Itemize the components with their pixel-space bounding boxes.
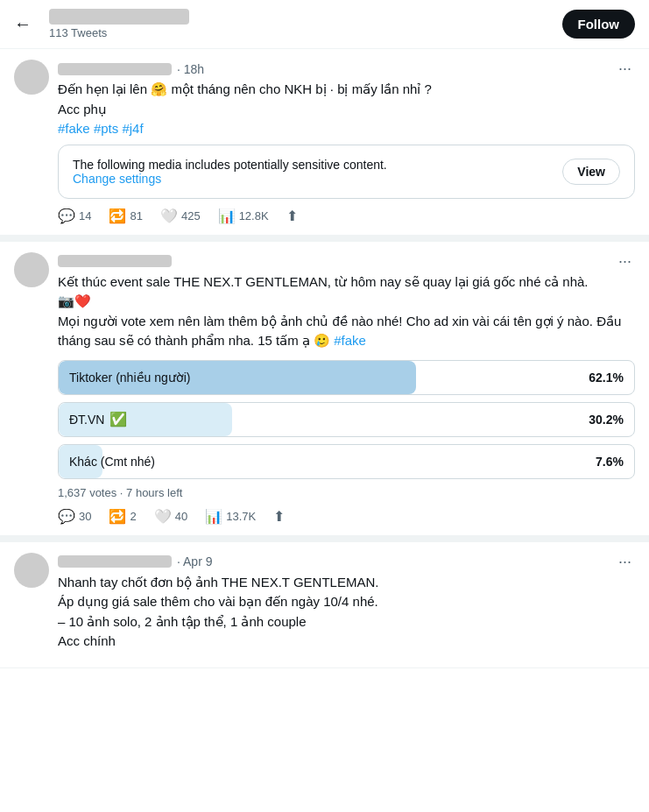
poll-option-label-3: Khác (Cmt nhé) [69, 455, 155, 469]
tweet-2-user [58, 255, 615, 267]
tweet-1-more-button[interactable]: ··· [615, 60, 635, 78]
poll-label-row-1: Tiktoker (nhiều người) 62.1% [59, 361, 634, 394]
header-left: ← 113 Tweets [14, 9, 189, 39]
poll-option-label-1: Tiktoker (nhiều người) [69, 371, 191, 385]
header: ← 113 Tweets Follow [0, 0, 649, 49]
avatar-3 [14, 553, 49, 588]
retweet-icon-1: 🔁 [109, 208, 126, 224]
change-settings-link[interactable]: Change settings [73, 172, 552, 186]
view-button[interactable]: View [562, 159, 620, 185]
tweet-1-user: · 18h [58, 62, 615, 76]
views-action-2[interactable]: 📊 13.7K [205, 508, 256, 525]
tweet-2: ··· Kết thúc event sale THE NEX.T GENTLE… [0, 242, 649, 542]
reply-icon-2: 💬 [58, 508, 75, 525]
reply-action-1[interactable]: 💬 14 [58, 208, 91, 224]
tweet-1-username [58, 63, 172, 75]
retweet-count-2: 2 [130, 510, 136, 523]
tweet-1-body: · 18h ··· Đến hẹn lại lên 🤗 một tháng nê… [58, 60, 635, 224]
tweet-3-time: · Apr 9 [177, 554, 212, 568]
reply-icon-1: 💬 [58, 208, 75, 224]
back-button[interactable]: ← [14, 14, 32, 34]
poll: Tiktoker (nhiều người) 62.1% ĐT.VN ✅ 30.… [58, 360, 635, 499]
tweet-2-actions: 💬 30 🔁 2 🤍 40 📊 13.7K ⬆ [58, 508, 635, 525]
tweet-2-body: ··· Kết thúc event sale THE NEX.T GENTLE… [58, 252, 635, 525]
follow-button[interactable]: Follow [562, 10, 636, 39]
tweet-3-username [58, 555, 172, 568]
retweet-count-1: 81 [130, 209, 142, 222]
like-count-1: 425 [181, 209, 201, 222]
avatar-2 [14, 252, 49, 287]
header-account-name [49, 9, 189, 25]
sensitive-message: The following media includes potentially… [73, 158, 552, 186]
poll-pct-3: 7.6% [596, 455, 624, 469]
header-info: 113 Tweets [49, 9, 189, 39]
poll-option-label-2: ĐT.VN ✅ [69, 411, 127, 427]
tweet-3-header: · Apr 9 ··· [58, 553, 635, 571]
poll-option-1[interactable]: Tiktoker (nhiều người) 62.1% [58, 360, 635, 395]
tweet-count: 113 Tweets [49, 26, 189, 39]
views-icon-2: 📊 [205, 508, 222, 525]
views-icon-1: 📊 [218, 208, 236, 224]
hashtag-pts[interactable]: #pts [94, 121, 118, 136]
sensitive-text-label: The following media includes potentially… [73, 158, 387, 172]
sensitive-content-box: The following media includes potentially… [58, 145, 635, 199]
like-icon-2: 🤍 [154, 508, 172, 525]
hashtag-fake-2[interactable]: #fake [334, 333, 366, 348]
views-count-1: 12.8K [239, 209, 269, 222]
like-action-1[interactable]: 🤍 425 [160, 208, 201, 224]
like-count-2: 40 [175, 510, 187, 523]
poll-check-icon: ✅ [109, 411, 127, 427]
retweet-action-2[interactable]: 🔁 2 [109, 508, 136, 525]
tweet-1-header: · 18h ··· [58, 60, 635, 78]
share-icon-2: ⬆ [273, 508, 285, 525]
tweet-3: · Apr 9 ··· Nhanh tay chốt đơn bộ ảnh TH… [0, 542, 649, 668]
views-action-1[interactable]: 📊 12.8K [218, 208, 269, 224]
hashtag-j4f[interactable]: #j4f [122, 121, 143, 136]
poll-meta: 1,637 votes · 7 hours left [58, 486, 635, 499]
retweet-action-1[interactable]: 🔁 81 [109, 208, 142, 224]
poll-label-row-2: ĐT.VN ✅ 30.2% [59, 403, 634, 436]
hashtag-fake-1[interactable]: #fake [58, 121, 90, 136]
reply-count-2: 30 [79, 510, 91, 523]
tweet-2-header: ··· [58, 252, 635, 271]
reply-action-2[interactable]: 💬 30 [58, 508, 91, 525]
share-action-1[interactable]: ⬆ [286, 208, 617, 224]
share-action-2[interactable]: ⬆ [273, 508, 617, 525]
tweet-3-more-button[interactable]: ··· [615, 553, 635, 571]
poll-option-2[interactable]: ĐT.VN ✅ 30.2% [58, 402, 635, 437]
retweet-icon-2: 🔁 [109, 508, 126, 525]
poll-option-3[interactable]: Khác (Cmt nhé) 7.6% [58, 444, 635, 479]
poll-pct-1: 62.1% [589, 371, 624, 385]
tweet-1-actions: 💬 14 🔁 81 🤍 425 📊 12.8K ⬆ [58, 208, 635, 224]
poll-votes: 1,637 votes [58, 486, 116, 499]
like-icon-1: 🤍 [160, 208, 178, 224]
poll-pct-2: 30.2% [589, 413, 624, 427]
tweet-1: · 18h ··· Đến hẹn lại lên 🤗 một tháng nê… [0, 49, 649, 242]
tweet-3-body: · Apr 9 ··· Nhanh tay chốt đơn bộ ảnh TH… [58, 553, 635, 657]
tweet-1-time: · 18h [177, 62, 204, 76]
views-count-2: 13.7K [226, 510, 256, 523]
tweet-3-text: Nhanh tay chốt đơn bộ ảnh THE NEX.T GENT… [58, 573, 635, 652]
like-action-2[interactable]: 🤍 40 [154, 508, 187, 525]
tweet-1-text: Đến hẹn lại lên 🤗 một tháng nên cho NKH … [58, 80, 635, 139]
tweet-2-more-button[interactable]: ··· [615, 252, 635, 271]
tweet-2-text: Kết thúc event sale THE NEX.T GENTLEMAN,… [58, 272, 635, 351]
poll-label-row-3: Khác (Cmt nhé) 7.6% [59, 445, 634, 478]
poll-label-text-2: ĐT.VN [69, 413, 104, 427]
avatar-1 [14, 60, 49, 95]
tweet-3-user: · Apr 9 [58, 554, 615, 568]
poll-time-left: 7 hours left [126, 486, 182, 499]
reply-count-1: 14 [79, 209, 91, 222]
tweet-2-username [58, 255, 172, 267]
share-icon-1: ⬆ [286, 208, 298, 224]
